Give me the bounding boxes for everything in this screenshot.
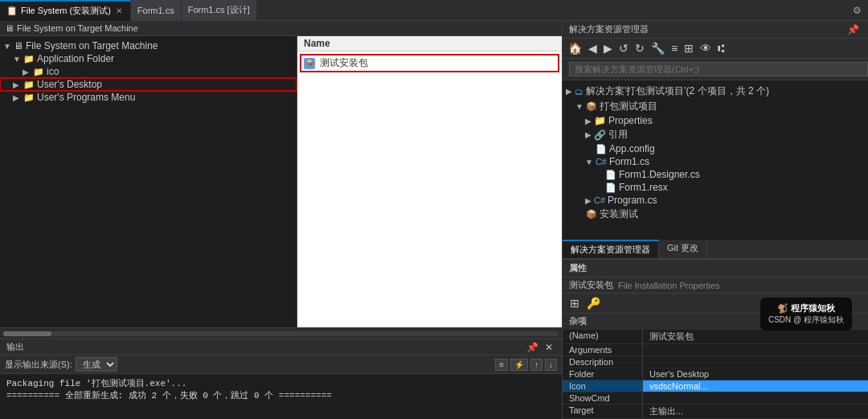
properties-panel: 属性 测试安装包 File Installation Properties ⊞ … [563, 259, 868, 419]
output-action-buttons: ≡ ⚡ ↑ ↓ [495, 359, 557, 371]
prop-row-arguments[interactable]: Arguments [563, 344, 868, 356]
tab-form1cs-design[interactable]: Form1.cs [设计] [182, 0, 257, 21]
sol-item-solution[interactable]: ▶ 🗂 解决方案'打包测试项目'(2 个项目，共 2 个) [563, 84, 868, 99]
sol-item-project[interactable]: ▼ 📦 打包测试项目 [563, 99, 868, 114]
prop-key-showcmd: ShowCmd [563, 392, 643, 404]
sol-item-form1designer[interactable]: 📄 Form1.Designer.cs [563, 168, 868, 181]
prop-row-description[interactable]: Description [563, 356, 868, 368]
sol-tb-preview[interactable]: 👁 [698, 40, 714, 56]
form1resx-icon: 📄 [605, 183, 616, 193]
solution-explorer-header: 解决方案资源管理器 📌 [563, 21, 868, 39]
tab-form1cs[interactable]: Form1.cs [131, 0, 182, 21]
ico-folder-icon: 📁 [33, 67, 44, 77]
right-panel: 解决方案资源管理器 📌 🏠 ◀ ▶ ↺ ↻ 🔧 ≡ ⊞ 👁 ⑆ ▶ 🗂 解决方案… [563, 21, 868, 419]
sol-tb-refresh-1[interactable]: ↺ [616, 40, 631, 56]
content-pane: Name 📦 测试安装包 [297, 36, 562, 327]
sol-setup-label: 安装测试 [600, 207, 638, 221]
prop-key-folder: Folder [563, 368, 643, 380]
sol-form1cs-label: Form1.cs [609, 156, 649, 167]
sol-tb-refresh-2[interactable]: ↻ [633, 40, 647, 56]
users-desktop-folder-icon: 📁 [23, 80, 35, 90]
sol-tab-git-label: Git 更改 [667, 243, 698, 253]
output-source-select[interactable]: 生成 [76, 357, 117, 372]
prop-row-name[interactable]: (Name) 测试安装包 [563, 330, 868, 344]
sol-item-programcs[interactable]: ▶ C# Program.cs [563, 194, 868, 207]
fs-header-label: File System on Target Machine [17, 23, 138, 33]
output-pin-button[interactable]: 📌 [524, 342, 541, 353]
tab-form1cs-design-label: Form1.cs [设计] [188, 4, 250, 16]
prop-val-description [643, 356, 868, 368]
prop-val-icon: vsdscNormal... [643, 380, 868, 392]
content-item-setup-label: 测试安装包 [320, 56, 368, 70]
sol-item-form1resx[interactable]: 📄 Form1.resx [563, 181, 868, 194]
tab-filesystem[interactable]: 📋 File System (安装测试) ✕ [0, 0, 131, 21]
tree-item-users-desktop[interactable]: ▶ 📁 User's Desktop [0, 78, 297, 91]
prop-key-arguments: Arguments [563, 344, 643, 355]
output-header-label: 输出 [6, 341, 24, 353]
output-btn-1[interactable]: ≡ [495, 359, 508, 371]
tab-filesystem-close[interactable]: ✕ [114, 6, 124, 16]
root-icon: 🖥 [14, 40, 23, 51]
settings-gear-icon[interactable]: ⚙ [846, 5, 868, 16]
output-close-button[interactable]: ✕ [542, 342, 555, 353]
tree-users-desktop-label: User's Desktop [37, 79, 102, 90]
sol-tab-solution-explorer[interactable]: 解决方案资源管理器 [563, 240, 659, 258]
output-btn-4[interactable]: ↓ [545, 359, 557, 371]
sol-tb-filter[interactable]: 🔧 [649, 40, 667, 56]
sol-item-setup-project[interactable]: 📦 安装测试 [563, 207, 868, 222]
sol-form1designer-label: Form1.Designer.cs [619, 169, 700, 180]
programcs-arrow: ▶ [585, 196, 592, 205]
tree-app-folder-label: Application Folder [37, 53, 114, 64]
prop-item-type: File Installation Properties [618, 281, 720, 290]
watermark-line2: CSDN @ 程序猿知秋 [768, 314, 844, 326]
tree-item-programs-menu[interactable]: ▶ 📁 User's Programs Menu [0, 91, 297, 104]
output-btn-3[interactable]: ↑ [530, 359, 542, 371]
tree-ico-label: ico [47, 66, 59, 77]
content-item-setup[interactable]: 📦 测试安装包 [301, 55, 559, 72]
fs-scrollbar[interactable] [0, 327, 562, 339]
sol-tb-git[interactable]: ⑆ [715, 40, 727, 56]
solution-search-input[interactable] [569, 62, 868, 76]
solution-explorer-pin-button[interactable]: 📌 [845, 24, 862, 35]
sol-tab-git[interactable]: Git 更改 [659, 240, 707, 258]
prop-key-icon: Icon [563, 380, 643, 392]
scrollbar-track[interactable] [3, 331, 559, 336]
output-btn-2[interactable]: ⚡ [510, 359, 528, 371]
prop-val-name: 测试安装包 [643, 330, 868, 343]
sol-tb-back[interactable]: ◀ [586, 40, 600, 56]
output-body: Packaging file '打包测试项目.exe'... =========… [0, 374, 562, 419]
prop-key-name: (Name) [563, 330, 643, 343]
prop-row-folder[interactable]: Folder User's Desktop [563, 368, 868, 380]
sol-item-appconfig[interactable]: 📄 App.config [563, 142, 868, 155]
sol-item-properties[interactable]: ▶ 📁 Properties [563, 114, 868, 127]
content-body: 📦 测试安装包 [297, 51, 562, 327]
sol-tab-solution-label: 解决方案资源管理器 [571, 244, 650, 254]
sol-item-references[interactable]: ▶ 🔗 引用 [563, 127, 868, 142]
tree-item-ico[interactable]: ▶ 📁 ico [0, 65, 297, 78]
prop-grid-btn[interactable]: ⊞ [567, 295, 582, 311]
sol-item-form1cs[interactable]: ▼ C# Form1.cs [563, 155, 868, 168]
programs-menu-folder-icon: 📁 [23, 92, 35, 103]
output-line-2: ========== 全部重新生成: 成功 2 个，失败 0 个，跳过 0 个 … [6, 389, 555, 401]
tree-item-root[interactable]: ▼ 🖥 File System on Target Machine [0, 39, 297, 52]
watermark: 🐒 程序猿知秋 CSDN @ 程序猿知秋 [760, 298, 852, 331]
fs-header: 🖥 File System on Target Machine [0, 21, 562, 36]
prop-row-target[interactable]: Target 主输出... [563, 405, 868, 419]
scrollbar-thumb[interactable] [3, 331, 51, 336]
tree-item-app-folder[interactable]: ▼ 📁 Application Folder [0, 52, 297, 65]
prop-row-showcmd[interactable]: ShowCmd [563, 392, 868, 405]
project-arrow: ▼ [575, 102, 583, 111]
solution-icon: 🗂 [575, 87, 583, 97]
sol-tb-forward[interactable]: ▶ [601, 40, 615, 56]
output-header: 输出 📌 ✕ [0, 339, 562, 355]
prop-row-icon[interactable]: Icon vsdscNormal... [563, 380, 868, 392]
prop-sort-btn[interactable]: 🔑 [584, 295, 603, 311]
setup-icon: 📦 [586, 209, 597, 220]
form1cs-arrow: ▼ [585, 158, 593, 166]
sol-properties-label: Properties [608, 115, 653, 126]
sol-tb-home[interactable]: 🏠 [566, 40, 584, 56]
sol-tb-props[interactable]: ⊞ [682, 40, 696, 56]
sol-tb-show-all[interactable]: ≡ [669, 40, 680, 56]
solution-explorer-title: 解决方案资源管理器 [569, 23, 649, 35]
app-folder-icon: 📁 [23, 54, 35, 64]
